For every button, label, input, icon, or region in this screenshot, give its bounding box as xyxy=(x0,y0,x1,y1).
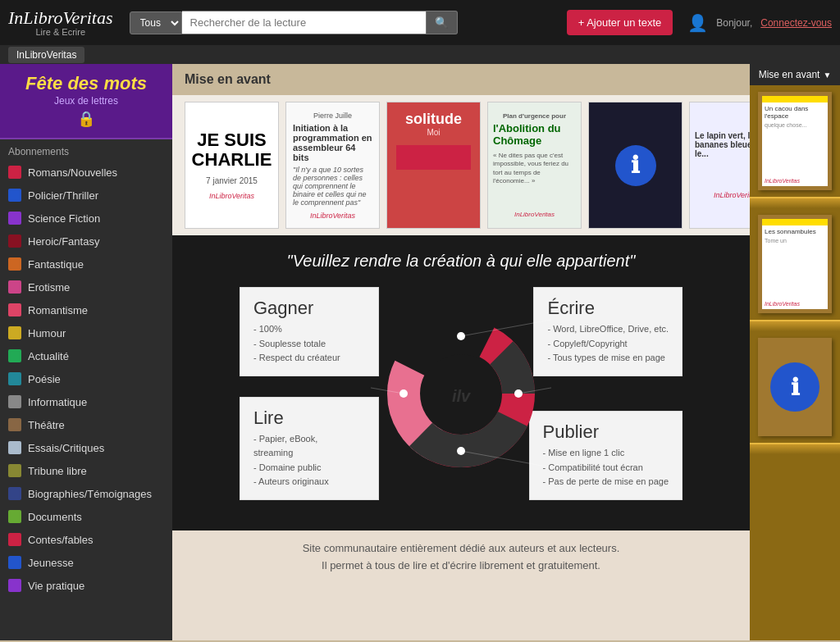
user-icon[interactable]: 👤 xyxy=(687,13,708,33)
publier-items: - Mise en ligne 1 clic- Compatibilité to… xyxy=(543,446,669,489)
sidebar-icon-14 xyxy=(8,487,21,500)
search-input[interactable] xyxy=(182,11,427,34)
book-prog[interactable]: Pierre Juille Initiation à la programmat… xyxy=(285,102,380,229)
sidebar-icon-4 xyxy=(8,257,21,271)
sidebar-icon-7 xyxy=(8,326,21,339)
book-lapin-logo: InLibroVeritas xyxy=(714,191,750,199)
featured-header: Mise en avant xyxy=(172,64,750,95)
sidebar-icon-0 xyxy=(8,166,21,179)
right-book-2-logo: InLibroVeritas xyxy=(762,298,828,309)
sidebar-icon-15 xyxy=(8,510,21,523)
footer-line2: Il permet à tous de lire et d'écrire lib… xyxy=(182,558,740,575)
right-panel-title: Mise en avant xyxy=(759,69,820,80)
footer-line1: Site communautaire entièrement dédié aux… xyxy=(182,540,740,558)
connect-link[interactable]: Connectez-vous xyxy=(760,17,832,29)
sidebar-label-3: Heroic/Fantasy xyxy=(28,235,99,248)
sidebar-item-4[interactable]: Fantastique xyxy=(0,253,172,275)
right-panel: Mise en avant ▼ Un cacou dans l'espace q… xyxy=(750,64,840,640)
box-gagner: Gagner - 100%- Souplesse totale- Respect… xyxy=(240,287,379,376)
right-book-1-subtitle: quelque chose... xyxy=(762,122,828,128)
sidebar-item-8[interactable]: Actualité xyxy=(0,344,172,367)
logo-text[interactable]: InLibroVeritas xyxy=(8,9,113,27)
sidebar-item-6[interactable]: Romantisme xyxy=(0,298,172,321)
sidebar-item-14[interactable]: Biographies/Témoignages xyxy=(0,482,172,505)
sidebar-item-13[interactable]: Tribune libre xyxy=(0,459,172,482)
ecrire-items: - Word, LibreOffice, Drive, etc.- Copyle… xyxy=(547,322,669,366)
book-abolition-logo: InLibroVeritas xyxy=(514,211,555,218)
sidebar-item-15[interactable]: Documents xyxy=(0,505,172,528)
book-prog-quote: "Il n'y a que 10 sortes de personnes : c… xyxy=(293,166,372,207)
sidebar-label-17: Jeunesse xyxy=(28,557,74,569)
infographic-quote: "Veuillez rendre la création à qui elle … xyxy=(287,252,636,271)
right-panel-header: Mise en avant ▼ xyxy=(750,64,840,85)
add-text-button[interactable]: + Ajouter un texte xyxy=(567,10,673,35)
search-select[interactable]: Tous xyxy=(130,11,182,34)
sidebar-item-16[interactable]: Contes/fables xyxy=(0,528,172,551)
sidebar-label-12: Essais/Critiques xyxy=(28,442,104,454)
book-lapin-title: Le lapin vert, les bananes bleues et le.… xyxy=(695,131,750,158)
sidebar-icon-1 xyxy=(8,189,21,202)
book-lapin[interactable]: Le lapin vert, les bananes bleues et le.… xyxy=(689,102,750,229)
book-abolition-title: l'Abolition du Chômage xyxy=(493,123,576,147)
svg-line-9 xyxy=(461,320,551,336)
sidebar-item-3[interactable]: Heroic/Fantasy xyxy=(0,230,172,253)
sidebar-item-7[interactable]: Humour xyxy=(0,321,172,344)
footer-text: Site communautaire entièrement dédié aux… xyxy=(172,530,750,585)
right-book-slot-2[interactable]: Les sonnambules Tome un InLibroVeritas xyxy=(758,215,832,313)
greeting-text: Bonjour, xyxy=(716,17,752,29)
sidebar-label-18: Vie pratique xyxy=(28,580,84,592)
fete-subtitle: Jeux de lettres xyxy=(10,95,162,107)
book-sol-title: solitude xyxy=(405,111,462,128)
sidebar-item-5[interactable]: Erotisme xyxy=(0,275,172,298)
sidebar-item-11[interactable]: Théâtre xyxy=(0,413,172,436)
shelf-divider-3 xyxy=(750,443,840,454)
sidebar-icon-10 xyxy=(8,395,21,408)
sidebar-item-12[interactable]: Essais/Critiques xyxy=(0,436,172,459)
box-publier: Publier - Mise en ligne 1 clic- Compatib… xyxy=(529,411,682,500)
book-charlie[interactable]: JE SUISCHARLIE 7 janvier 2015 InLibroVer… xyxy=(185,102,279,229)
sidebar-icon-17 xyxy=(8,556,21,569)
sidebar-icon-13 xyxy=(8,464,21,477)
donut-chart: ilv xyxy=(371,303,551,484)
right-book-2-subtitle: Tome un xyxy=(762,238,828,244)
sidebar-icon-3 xyxy=(8,234,21,248)
book-charlie-title: JE SUISCHARLIE xyxy=(192,130,272,170)
brand-link[interactable]: InLibroVeritas xyxy=(8,47,84,63)
sidebar-icon-16 xyxy=(8,533,21,546)
book-charlie-logo: InLibroVeritas xyxy=(209,192,254,200)
sidebar-label-7: Humour xyxy=(28,327,66,339)
sidebar-item-2[interactable]: Science Fiction xyxy=(0,207,172,230)
right-book-slot-3[interactable]: ℹ xyxy=(758,338,832,436)
sidebar: Fête des mots Jeux de lettres 🔒 Abonneme… xyxy=(0,64,172,640)
book-charlie-date: 7 janvier 2015 xyxy=(206,176,258,185)
right-book-2: Les sonnambules Tome un InLibroVeritas xyxy=(762,219,828,309)
right-book-1: Un cacou dans l'espace quelque chose... … xyxy=(762,96,828,186)
sidebar-icon-8 xyxy=(8,349,21,362)
sidebar-label-15: Documents xyxy=(28,511,82,523)
sidebar-item-9[interactable]: Poésie xyxy=(0,367,172,390)
box-lire: Lire - Papier, eBook,streaming- Domaine … xyxy=(240,397,379,500)
right-book-slot-1[interactable]: Un cacou dans l'espace quelque chose... … xyxy=(758,92,832,190)
book-info[interactable]: ℹ xyxy=(588,102,682,229)
sidebar-icon-2 xyxy=(8,212,21,225)
svg-text:ilv: ilv xyxy=(452,387,472,405)
sidebar-label-0: Romans/Nouvelles xyxy=(28,166,117,179)
book-abolition[interactable]: Plan d'urgence pour l'Abolition du Chôma… xyxy=(487,102,582,229)
sidebar-label-5: Erotisme xyxy=(28,281,70,294)
fete-banner[interactable]: Fête des mots Jeux de lettres 🔒 xyxy=(0,64,172,139)
book-solitude[interactable]: solitude Moi xyxy=(386,102,481,229)
sub-header: InLibroVeritas xyxy=(0,45,840,64)
book-prog-logo: InLibroVeritas xyxy=(310,212,355,220)
right-book-1-bar xyxy=(762,96,828,102)
sidebar-item-18[interactable]: Vie pratique xyxy=(0,574,172,597)
sidebar-item-17[interactable]: Jeunesse xyxy=(0,551,172,574)
sidebar-item-1[interactable]: Policier/Thriller xyxy=(0,184,172,207)
sidebar-icon-6 xyxy=(8,303,21,316)
search-button[interactable]: 🔍 xyxy=(427,11,458,34)
sidebar-item-0[interactable]: Romans/Nouvelles xyxy=(0,161,172,184)
shelf-divider-1 xyxy=(750,197,840,208)
sidebar-item-10[interactable]: Informatique xyxy=(0,390,172,413)
book-prog-title: Initiation à la programmation en assembl… xyxy=(293,123,372,162)
logo-sub: Lire & Ecrire xyxy=(36,27,86,37)
gagner-items: - 100%- Souplesse totale- Respect du cré… xyxy=(253,322,365,366)
